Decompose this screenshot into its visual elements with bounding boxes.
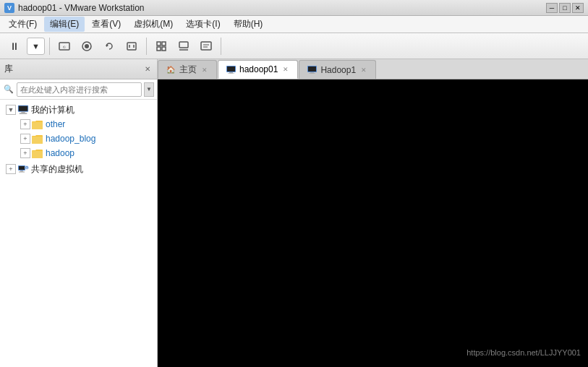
expand-other[interactable]: + [20,119,30,129]
tree-item-my-computer[interactable]: ▼ 我的计算机 [0,103,157,117]
svg-rect-29 [229,72,233,74]
search-bar: 🔍 ▼ [0,79,157,100]
svg-rect-8 [157,42,161,46]
pause-button[interactable]: ⏸ [4,36,25,56]
fullscreen-button[interactable] [151,36,171,56]
expand-my-computer[interactable]: ▼ [6,105,16,115]
shared-vms-label: 共享的虚拟机 [31,163,83,176]
main-content: 库 ✕ 🔍 ▼ ▼ 我的计算机 [0,59,588,367]
hadoop01-tab-label: hadoop01 [239,64,278,74]
home-tab-icon: 🏠 [166,66,176,74]
expand-hadoop[interactable]: + [20,148,30,158]
expand-hadoop-blog[interactable]: + [20,134,30,144]
send-cad-button[interactable]: ⎋ [54,36,74,56]
folder-other-icon [32,119,43,129]
search-icon: 🔍 [3,84,14,95]
snapshot-button[interactable] [77,36,97,56]
svg-rect-20 [19,106,27,111]
panel-close-button[interactable]: ✕ [142,64,153,74]
shared-vms-icon: S [17,164,29,174]
vm-screen[interactable]: https://blog.csdn.net/LLJJYY001 [158,79,588,367]
folder-hadoop-blog-icon [32,134,43,144]
separator-2 [146,38,147,55]
svg-rect-11 [162,47,166,51]
hadoop-blog-label: hadoop_blog [46,134,95,144]
title-bar: V hadoop01 - VMware Workstation ─ □ ✕ [0,0,588,16]
svg-rect-23 [20,170,23,172]
separator-1 [49,38,50,55]
menu-file[interactable]: 文件(F) [3,17,43,32]
menu-help[interactable]: 帮助(H) [228,17,269,32]
hadoop-label: hadoop [46,148,74,158]
suspend-button[interactable] [122,36,142,56]
toolbar: ⏸ ▼ ⎋ [0,33,588,59]
svg-rect-5 [127,43,136,50]
svg-rect-14 [201,42,211,50]
svg-rect-19 [20,113,27,113]
my-computer-label: 我的计算机 [31,104,74,116]
menu-edit[interactable]: 编辑(E) [44,17,85,32]
revert-button[interactable] [99,36,119,56]
svg-rect-10 [157,47,161,51]
svg-rect-22 [19,166,25,170]
window-controls: ─ □ ✕ [546,3,584,13]
tab-hadoop1[interactable]: Hadoop1 ✕ [299,60,376,79]
other-label: other [46,119,65,129]
svg-rect-28 [227,66,235,72]
menu-tabs[interactable]: 选项卡(I) [180,17,226,32]
watermark: https://blog.csdn.net/LLJJYY001 [466,348,581,357]
svg-text:⎋: ⎋ [63,45,66,49]
svg-text:S: S [26,166,28,170]
menu-view[interactable]: 查看(V) [86,17,127,32]
svg-rect-24 [19,172,25,173]
separator-3 [221,38,221,55]
computer-icon [17,105,29,115]
maximize-button[interactable]: □ [559,3,571,13]
tree-item-hadoop[interactable]: + hadoop [0,146,157,160]
search-input[interactable] [17,82,142,97]
tree-item-other[interactable]: + other [0,117,157,131]
menu-bar: 文件(F) 编辑(E) 查看(V) 虚拟机(M) 选项卡(I) 帮助(H) [0,16,588,33]
svg-rect-34 [309,74,315,74]
search-dropdown-button[interactable]: ▼ [144,82,154,97]
right-panel: 🏠 主页 ✕ hadoop01 ✕ [158,59,588,367]
app-icon: V [4,3,14,13]
window-title: hadoop01 - VMware Workstation [18,3,546,13]
home-tab-close[interactable]: ✕ [200,66,209,74]
svg-rect-30 [228,73,234,74]
left-panel: 库 ✕ 🔍 ▼ ▼ 我的计算机 [0,59,158,367]
tree-item-hadoop-blog[interactable]: + hadoop_blog [0,131,157,146]
svg-rect-33 [310,72,314,74]
minimize-button[interactable]: ─ [546,3,558,13]
svg-rect-9 [162,42,166,46]
svg-rect-12 [179,42,188,48]
close-button[interactable]: ✕ [572,3,584,13]
unity-button[interactable] [174,36,194,56]
hadoop01-tab-icon [226,65,236,74]
tab-home[interactable]: 🏠 主页 ✕ [158,60,217,79]
tab-hadoop01[interactable]: hadoop01 ✕ [218,60,298,79]
svg-rect-32 [308,66,316,72]
tree-container: ▼ 我的计算机 + [0,100,157,367]
hadoop1-tab-close[interactable]: ✕ [359,66,368,74]
folder-hadoop-icon [32,148,43,158]
pause-dropdown[interactable]: ▼ [27,38,45,55]
panel-title: 库 [4,63,13,75]
tabs-bar: 🏠 主页 ✕ hadoop01 ✕ [158,59,588,79]
hadoop1-tab-icon [307,66,317,74]
svg-point-3 [85,44,89,48]
svg-rect-18 [21,112,25,113]
menu-vm[interactable]: 虚拟机(M) [128,17,179,32]
vm-settings-button[interactable] [196,36,216,56]
left-panel-header: 库 ✕ [0,59,157,79]
hadoop01-tab-close[interactable]: ✕ [281,65,290,74]
tree-item-shared-vms[interactable]: + S 共享的虚拟机 [0,162,157,176]
home-tab-label: 主页 [179,64,197,76]
expand-shared-vms[interactable]: + [6,164,16,174]
hadoop1-tab-label: Hadoop1 [320,65,356,75]
